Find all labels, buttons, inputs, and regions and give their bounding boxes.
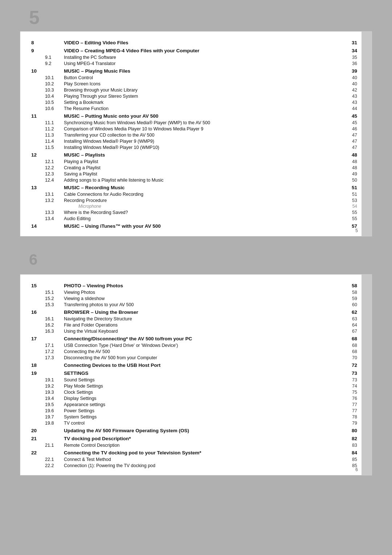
toc-table-2: 15 PHOTO – Viewing Photos 58 15.1 Viewin…	[31, 281, 357, 469]
section-13-2: 13.2 Recording Procedure 53	[31, 197, 357, 203]
section-22-1-num: 22.1	[45, 456, 64, 462]
section-10-4-num: 10.4	[45, 93, 64, 99]
section-19-title: SETTINGS	[64, 369, 337, 377]
section-19-8-page: 79	[337, 420, 357, 426]
section-15-1-title: Viewing Photos	[64, 289, 337, 295]
section-20-title: Updating the AV 500 Firmware Operating S…	[64, 426, 337, 434]
section-13-1-title: Cable Connections for Audio Recording	[64, 191, 337, 197]
section-17-3: 17.3 Disconnecting the AV 500 from your …	[31, 355, 357, 361]
section-9-2-page: 36	[337, 60, 357, 66]
section-10-page: 39	[337, 66, 357, 74]
section-10-3-num: 10.3	[45, 87, 64, 93]
page-5-number: 5	[0, 0, 392, 31]
section-10-3-page: 42	[337, 87, 357, 93]
section-17-title: Connecting/Disconnecting* the AV 500 to/…	[64, 334, 337, 342]
section-16-2-title: File and Folder Operations	[64, 322, 337, 328]
section-15-2-title: Viewing a slideshow	[64, 295, 337, 301]
section-10-5-title: Setting a Bookmark	[64, 99, 337, 105]
section-19-3-num: 19.3	[45, 389, 64, 395]
section-15-3-num: 15.3	[45, 301, 64, 308]
section-13-4-page: 55	[337, 215, 357, 222]
section-10-1-num: 10.1	[45, 74, 64, 81]
section-12-2-page: 48	[337, 165, 357, 171]
section-22-2: 22.2 Connection (1): Powering the TV doc…	[31, 462, 357, 469]
section-14-num: 14	[31, 222, 45, 230]
section-17-2-num: 17.2	[45, 348, 64, 355]
section-16-page: 62	[337, 308, 357, 316]
section-15-num: 15	[31, 281, 45, 289]
section-16-3-num: 16.3	[45, 328, 64, 334]
section-21-1-num: 21.1	[45, 442, 64, 448]
section-11-4: 11.4 Installing Windows Media® Player 9 …	[31, 138, 357, 144]
section-16-num: 16	[31, 308, 45, 316]
section-15-1-page: 58	[337, 289, 357, 295]
section-15-title: PHOTO – Viewing Photos	[64, 281, 337, 289]
section-21-1-page: 83	[337, 442, 357, 448]
section-17-1: 17.1 USB Connection Type ('Hard Drive' o…	[31, 342, 357, 348]
section-14-title: MUSIC – Using iTunes™ with your AV 500	[64, 222, 337, 230]
section-13-2-sub-page: 54	[337, 203, 357, 209]
section-13-4-title: Audio Editing	[64, 215, 337, 222]
section-13-4-num: 13.4	[45, 215, 64, 222]
section-8: 8 VIDEO – Editing Video Files 31	[31, 38, 357, 46]
section-17-1-num: 17.1	[45, 342, 64, 348]
page-6-number: 6	[0, 250, 392, 270]
section-12-1: 12.1 Playing a Playlist 48	[31, 158, 357, 165]
section-9: 9 VIDEO – Creating MPEG-4 Video Files wi…	[31, 46, 357, 54]
section-19-6: 19.6 Power Settings 77	[31, 408, 357, 414]
section-15-1-num: 15.1	[45, 289, 64, 295]
section-19-2-num: 19.2	[45, 383, 64, 389]
section-13-1-num: 13.1	[45, 191, 64, 197]
section-20-num: 20	[31, 426, 45, 434]
section-10-2-page: 40	[337, 81, 357, 87]
section-10-3-title: Browsing through your Music Library	[64, 87, 337, 93]
section-22-page: 84	[337, 448, 357, 456]
section-19-num: 19	[31, 369, 45, 377]
toc-card-2: 15 PHOTO – Viewing Photos 58 15.1 Viewin…	[20, 274, 372, 475]
section-10-5-num: 10.5	[45, 99, 64, 105]
section-19-4-title: Display Settings	[64, 395, 337, 401]
section-9-num: 9	[31, 46, 45, 54]
section-17-2: 17.2 Connecting the AV 500 68	[31, 348, 357, 355]
section-8-num: 8	[31, 38, 45, 46]
right-bar-2	[362, 275, 372, 475]
section-19-7-page: 78	[337, 414, 357, 420]
section-19-4-page: 76	[337, 395, 357, 401]
section-22-num: 22	[31, 448, 45, 456]
section-11-5-num: 11.5	[45, 144, 64, 150]
section-21-page: 82	[337, 434, 357, 442]
section-13-3-title: Where is the Recording Saved?	[64, 209, 337, 215]
section-18-page: 72	[337, 361, 357, 369]
section-20: 20 Updating the AV 500 Firmware Operatin…	[31, 426, 357, 434]
section-22-title: Connecting the TV docking pod to your Te…	[64, 448, 337, 456]
section-17-3-title: Disconnecting the AV 500 from your Compu…	[64, 355, 337, 361]
page-corner-1: 5	[355, 228, 358, 233]
section-11-1-page: 45	[337, 119, 357, 126]
section-12-2: 12.2 Creating a Playlist 48	[31, 165, 357, 171]
section-17-page: 68	[337, 334, 357, 342]
section-9-sub	[45, 46, 64, 54]
section-8-page: 31	[337, 38, 357, 46]
section-19-2-page: 74	[337, 383, 357, 389]
section-10-4-page: 43	[337, 93, 357, 99]
section-9-title: VIDEO – Creating MPEG-4 Video Files with…	[64, 46, 337, 54]
section-13-2-sub: Microphone 54	[31, 203, 357, 209]
section-19-7: 19.7 System Settings 78	[31, 414, 357, 420]
section-19-8-title: TV control	[64, 420, 337, 426]
section-16-1-num: 16.1	[45, 316, 64, 322]
section-13-4: 13.4 Audio Editing 55	[31, 215, 357, 222]
right-bar-1	[362, 32, 372, 236]
section-11-1-title: Synchronizing Music from Windows Media® …	[64, 119, 337, 126]
section-11-4-title: Installing Windows Media® Player 9 (WMP9…	[64, 138, 337, 144]
section-9-2-title: Using MPEG-4 Translator	[64, 60, 337, 66]
section-11: 11 MUSIC – Putting Music onto your AV 50…	[31, 112, 357, 119]
section-10-num: 10	[31, 66, 45, 74]
section-10-5: 10.5 Setting a Bookmark 43	[31, 99, 357, 105]
section-19-6-num: 19.6	[45, 408, 64, 414]
section-12-3-title: Saving a Playlist	[64, 171, 337, 177]
section-13-3-num: 13.3	[45, 209, 64, 215]
section-11-num: 11	[31, 112, 45, 119]
section-16-3-title: Using the Virtual Keyboard	[64, 328, 337, 334]
section-11-5-page: 47	[337, 144, 357, 150]
toc-table-1: 8 VIDEO – Editing Video Files 31 9 VIDEO…	[31, 38, 357, 230]
